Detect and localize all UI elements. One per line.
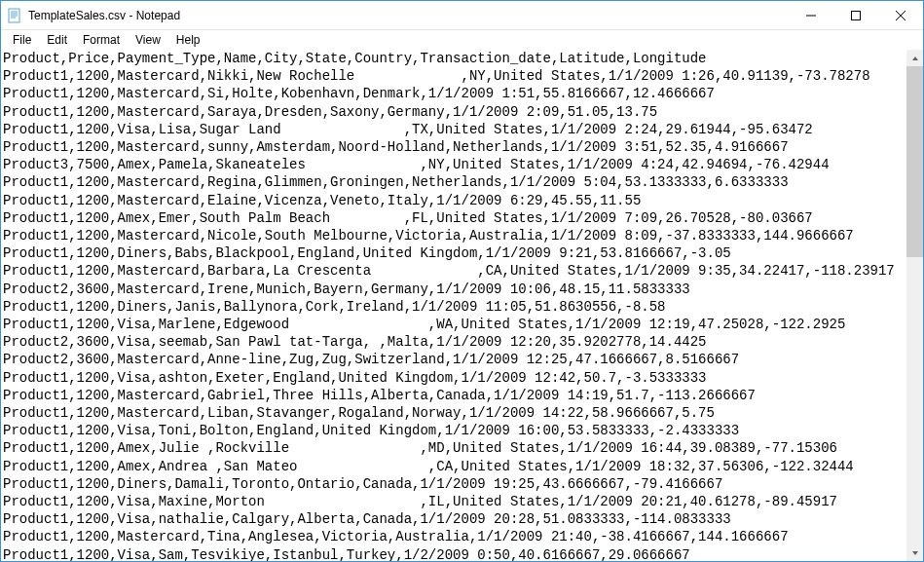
titlebar: TemplateSales.csv - Notepad: [1, 1, 923, 30]
close-button[interactable]: [878, 1, 923, 29]
svg-rect-6: [852, 11, 861, 19]
svg-marker-10: [912, 551, 918, 555]
svg-marker-9: [912, 56, 918, 60]
notepad-icon: [7, 8, 22, 23]
scroll-thumb[interactable]: [906, 66, 923, 257]
menu-file[interactable]: File: [5, 31, 39, 49]
scroll-track[interactable]: [906, 66, 923, 544]
menubar: File Edit Format View Help: [1, 30, 923, 50]
menu-format[interactable]: Format: [75, 31, 128, 49]
vertical-scrollbar[interactable]: [906, 50, 923, 561]
content-wrap: Product,Price,Payment_Type,Name,City,Sta…: [1, 50, 923, 561]
window-controls: [789, 1, 923, 29]
window-title: TemplateSales.csv - Notepad: [28, 9, 789, 22]
menu-edit[interactable]: Edit: [39, 31, 75, 49]
scroll-down-button[interactable]: [906, 544, 923, 561]
scroll-up-button[interactable]: [906, 50, 923, 66]
text-area[interactable]: Product,Price,Payment_Type,Name,City,Sta…: [1, 50, 923, 561]
maximize-button[interactable]: [833, 1, 878, 29]
menu-view[interactable]: View: [128, 31, 168, 49]
menu-help[interactable]: Help: [168, 31, 208, 49]
minimize-button[interactable]: [789, 1, 833, 29]
